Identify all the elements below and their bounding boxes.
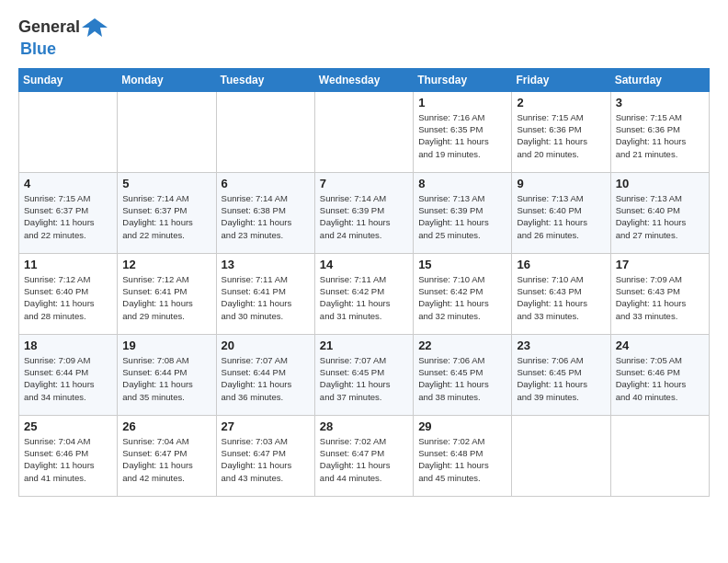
cell-info: Sunrise: 7:15 AM Sunset: 6:36 PM Dayligh… xyxy=(616,111,704,160)
day-header-saturday: Saturday xyxy=(610,68,709,91)
day-number: 15 xyxy=(418,258,506,271)
day-number: 4 xyxy=(24,177,112,190)
calendar-cell: 2Sunrise: 7:15 AM Sunset: 6:36 PM Daylig… xyxy=(512,91,610,172)
cell-info: Sunrise: 7:11 AM Sunset: 6:41 PM Dayligh… xyxy=(222,273,310,322)
cell-info: Sunrise: 7:06 AM Sunset: 6:45 PM Dayligh… xyxy=(418,354,506,403)
day-number: 6 xyxy=(222,177,310,190)
calendar-cell: 1Sunrise: 7:16 AM Sunset: 6:35 PM Daylig… xyxy=(414,91,512,172)
day-number: 7 xyxy=(320,177,408,190)
day-number: 11 xyxy=(24,258,112,271)
calendar-cell: 14Sunrise: 7:11 AM Sunset: 6:42 PM Dayli… xyxy=(314,253,413,334)
calendar-body: 1Sunrise: 7:16 AM Sunset: 6:35 PM Daylig… xyxy=(19,91,710,496)
day-number: 9 xyxy=(517,177,605,190)
day-number: 1 xyxy=(418,96,506,109)
calendar-header-row: SundayMondayTuesdayWednesdayThursdayFrid… xyxy=(19,68,710,91)
svg-marker-0 xyxy=(82,18,108,37)
page-header: General Blue xyxy=(18,15,710,59)
calendar-cell: 17Sunrise: 7:09 AM Sunset: 6:43 PM Dayli… xyxy=(610,253,709,334)
cell-info: Sunrise: 7:02 AM Sunset: 6:48 PM Dayligh… xyxy=(418,435,506,484)
day-number: 22 xyxy=(418,339,506,352)
calendar-cell: 20Sunrise: 7:07 AM Sunset: 6:44 PM Dayli… xyxy=(216,334,314,415)
calendar-cell xyxy=(314,91,413,172)
logo-general: General xyxy=(18,18,80,37)
calendar-cell xyxy=(610,415,709,496)
day-header-friday: Friday xyxy=(512,68,610,91)
cell-info: Sunrise: 7:15 AM Sunset: 6:36 PM Dayligh… xyxy=(517,111,605,160)
cell-info: Sunrise: 7:09 AM Sunset: 6:44 PM Dayligh… xyxy=(24,354,112,403)
calendar-table: SundayMondayTuesdayWednesdayThursdayFrid… xyxy=(18,68,710,497)
day-number: 21 xyxy=(320,339,408,352)
cell-info: Sunrise: 7:02 AM Sunset: 6:47 PM Dayligh… xyxy=(320,435,408,484)
cell-info: Sunrise: 7:07 AM Sunset: 6:45 PM Dayligh… xyxy=(320,354,408,403)
cell-info: Sunrise: 7:08 AM Sunset: 6:44 PM Dayligh… xyxy=(122,354,210,403)
cell-info: Sunrise: 7:10 AM Sunset: 6:43 PM Dayligh… xyxy=(517,273,605,322)
day-number: 14 xyxy=(320,258,408,271)
day-number: 18 xyxy=(24,339,112,352)
day-header-monday: Monday xyxy=(118,68,216,91)
day-number: 28 xyxy=(320,419,408,433)
calendar-cell: 13Sunrise: 7:11 AM Sunset: 6:41 PM Dayli… xyxy=(216,253,314,334)
calendar-week-4: 18Sunrise: 7:09 AM Sunset: 6:44 PM Dayli… xyxy=(19,334,710,415)
calendar-cell: 11Sunrise: 7:12 AM Sunset: 6:40 PM Dayli… xyxy=(19,253,118,334)
calendar-cell: 28Sunrise: 7:02 AM Sunset: 6:47 PM Dayli… xyxy=(314,415,413,496)
cell-info: Sunrise: 7:04 AM Sunset: 6:47 PM Dayligh… xyxy=(122,435,210,484)
day-number: 17 xyxy=(616,258,704,271)
cell-info: Sunrise: 7:03 AM Sunset: 6:47 PM Dayligh… xyxy=(222,435,310,484)
calendar-cell: 27Sunrise: 7:03 AM Sunset: 6:47 PM Dayli… xyxy=(216,415,314,496)
calendar-cell: 25Sunrise: 7:04 AM Sunset: 6:46 PM Dayli… xyxy=(19,415,118,496)
day-number: 23 xyxy=(517,339,605,352)
calendar-cell xyxy=(19,91,118,172)
logo: General Blue xyxy=(18,15,108,59)
calendar-cell: 3Sunrise: 7:15 AM Sunset: 6:36 PM Daylig… xyxy=(610,91,709,172)
calendar-cell xyxy=(216,91,314,172)
cell-info: Sunrise: 7:12 AM Sunset: 6:41 PM Dayligh… xyxy=(122,273,210,322)
calendar-cell: 29Sunrise: 7:02 AM Sunset: 6:48 PM Dayli… xyxy=(414,415,512,496)
day-number: 2 xyxy=(517,96,605,109)
cell-info: Sunrise: 7:06 AM Sunset: 6:45 PM Dayligh… xyxy=(517,354,605,403)
day-number: 3 xyxy=(616,96,704,109)
calendar-week-2: 4Sunrise: 7:15 AM Sunset: 6:37 PM Daylig… xyxy=(19,172,710,253)
calendar-cell xyxy=(512,415,610,496)
calendar-cell: 4Sunrise: 7:15 AM Sunset: 6:37 PM Daylig… xyxy=(19,172,118,253)
day-number: 5 xyxy=(122,177,210,190)
cell-info: Sunrise: 7:07 AM Sunset: 6:44 PM Dayligh… xyxy=(222,354,310,403)
cell-info: Sunrise: 7:14 AM Sunset: 6:37 PM Dayligh… xyxy=(122,192,210,241)
calendar-cell: 22Sunrise: 7:06 AM Sunset: 6:45 PM Dayli… xyxy=(414,334,512,415)
calendar-cell: 26Sunrise: 7:04 AM Sunset: 6:47 PM Dayli… xyxy=(118,415,216,496)
calendar-cell: 23Sunrise: 7:06 AM Sunset: 6:45 PM Dayli… xyxy=(512,334,610,415)
calendar-cell: 16Sunrise: 7:10 AM Sunset: 6:43 PM Dayli… xyxy=(512,253,610,334)
day-number: 16 xyxy=(517,258,605,271)
calendar-cell: 18Sunrise: 7:09 AM Sunset: 6:44 PM Dayli… xyxy=(19,334,118,415)
cell-info: Sunrise: 7:13 AM Sunset: 6:40 PM Dayligh… xyxy=(517,192,605,241)
day-number: 10 xyxy=(616,177,704,190)
day-number: 24 xyxy=(616,339,704,352)
calendar-cell: 7Sunrise: 7:14 AM Sunset: 6:39 PM Daylig… xyxy=(314,172,413,253)
calendar-week-3: 11Sunrise: 7:12 AM Sunset: 6:40 PM Dayli… xyxy=(19,253,710,334)
cell-info: Sunrise: 7:15 AM Sunset: 6:37 PM Dayligh… xyxy=(24,192,112,241)
calendar-cell xyxy=(118,91,216,172)
day-number: 26 xyxy=(122,419,210,433)
cell-info: Sunrise: 7:13 AM Sunset: 6:39 PM Dayligh… xyxy=(418,192,506,241)
calendar-cell: 5Sunrise: 7:14 AM Sunset: 6:37 PM Daylig… xyxy=(118,172,216,253)
calendar-cell: 15Sunrise: 7:10 AM Sunset: 6:42 PM Dayli… xyxy=(414,253,512,334)
day-number: 13 xyxy=(222,258,310,271)
day-number: 19 xyxy=(122,339,210,352)
logo-bird-icon xyxy=(82,15,108,40)
calendar-cell: 10Sunrise: 7:13 AM Sunset: 6:40 PM Dayli… xyxy=(610,172,709,253)
cell-info: Sunrise: 7:09 AM Sunset: 6:43 PM Dayligh… xyxy=(616,273,704,322)
calendar-cell: 8Sunrise: 7:13 AM Sunset: 6:39 PM Daylig… xyxy=(414,172,512,253)
calendar-cell: 19Sunrise: 7:08 AM Sunset: 6:44 PM Dayli… xyxy=(118,334,216,415)
cell-info: Sunrise: 7:16 AM Sunset: 6:35 PM Dayligh… xyxy=(418,111,506,160)
calendar-cell: 12Sunrise: 7:12 AM Sunset: 6:41 PM Dayli… xyxy=(118,253,216,334)
logo-blue: Blue xyxy=(20,40,108,59)
cell-info: Sunrise: 7:14 AM Sunset: 6:39 PM Dayligh… xyxy=(320,192,408,241)
calendar-cell: 9Sunrise: 7:13 AM Sunset: 6:40 PM Daylig… xyxy=(512,172,610,253)
cell-info: Sunrise: 7:13 AM Sunset: 6:40 PM Dayligh… xyxy=(616,192,704,241)
cell-info: Sunrise: 7:11 AM Sunset: 6:42 PM Dayligh… xyxy=(320,273,408,322)
day-header-sunday: Sunday xyxy=(19,68,118,91)
calendar-week-1: 1Sunrise: 7:16 AM Sunset: 6:35 PM Daylig… xyxy=(19,91,710,172)
day-number: 12 xyxy=(122,258,210,271)
day-number: 8 xyxy=(418,177,506,190)
day-number: 29 xyxy=(418,419,506,433)
cell-info: Sunrise: 7:04 AM Sunset: 6:46 PM Dayligh… xyxy=(24,435,112,484)
